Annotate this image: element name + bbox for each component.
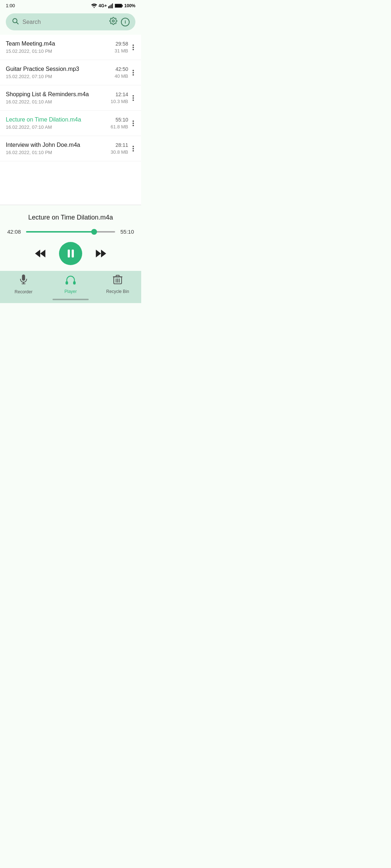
item-date: 16.02.2022, 01:10 PM [6, 150, 111, 155]
recording-item[interactable]: Guitar Practice Session.mp3 15.02.2022, … [0, 60, 141, 85]
nav-label-recorder: Recorder [14, 289, 32, 294]
item-size: 10.3 MB [111, 99, 128, 104]
recording-list: Team Meeting.m4a 15.02.2022, 01:10 PM 29… [0, 35, 141, 161]
item-duration: 55:10 [111, 117, 128, 123]
item-info: Guitar Practice Session.mp3 15.02.2022, … [6, 66, 114, 79]
search-input[interactable] [22, 19, 106, 25]
recording-item[interactable]: Team Meeting.m4a 15.02.2022, 01:10 PM 29… [0, 35, 141, 60]
network-label: 4G+ [98, 3, 107, 8]
item-size: 61.8 MB [111, 124, 128, 129]
item-name: Team Meeting.m4a [6, 41, 114, 47]
svg-rect-0 [108, 6, 109, 8]
headphones-icon [66, 275, 76, 288]
home-indicator [52, 299, 89, 300]
item-name: Interview with John Doe.m4a [6, 142, 111, 148]
item-size: 40 MB [114, 73, 128, 79]
bottom-nav: Recorder Player Recycle Bin [0, 271, 141, 303]
player-current-time: 42:08 [7, 229, 22, 235]
item-menu-button[interactable] [131, 144, 135, 153]
nav-label-player: Player [64, 289, 77, 294]
signal-icon [108, 3, 113, 8]
wifi-icon [91, 4, 97, 8]
item-menu-button[interactable] [131, 94, 135, 102]
forward-button[interactable] [95, 248, 107, 259]
status-time: 1:00 [6, 3, 15, 8]
item-info: Shopping List & Reminders.m4a 16.02.2022… [6, 91, 111, 105]
item-meta: 12:14 10.3 MB [111, 92, 128, 104]
recording-item[interactable]: Interview with John Doe.m4a 16.02.2022, … [0, 136, 141, 161]
item-info: Interview with John Doe.m4a 16.02.2022, … [6, 142, 111, 155]
recording-item-active[interactable]: Lecture on Time Dilation.m4a 16.02.2022,… [0, 111, 141, 136]
search-icon [12, 17, 19, 26]
svg-rect-5 [122, 5, 123, 7]
item-date: 15.02.2022, 07:10 PM [6, 74, 114, 79]
item-info: Team Meeting.m4a 15.02.2022, 01:10 PM [6, 41, 114, 54]
svg-line-8 [17, 22, 18, 24]
svg-marker-11 [96, 250, 101, 257]
svg-rect-3 [112, 3, 113, 8]
player-panel: Lecture on Time Dilation.m4a 42:08 55:10 [0, 205, 141, 271]
svg-marker-9 [35, 250, 40, 257]
svg-rect-13 [22, 275, 25, 281]
mic-icon [18, 275, 29, 288]
pause-button[interactable] [59, 242, 82, 265]
player-progress-bar[interactable] [26, 231, 115, 233]
item-menu-button[interactable] [131, 68, 135, 77]
item-meta: 29:58 31 MB [114, 41, 128, 54]
player-progress-thumb[interactable] [91, 229, 97, 235]
item-name-active: Lecture on Time Dilation.m4a [6, 116, 111, 123]
svg-rect-17 [73, 281, 76, 285]
item-duration: 12:14 [111, 92, 128, 97]
item-date: 16.02.2022, 01:10 AM [6, 99, 111, 105]
item-duration: 28:11 [111, 142, 128, 148]
item-duration: 42:50 [114, 66, 128, 72]
player-progress-row: 42:08 55:10 [7, 229, 134, 235]
svg-rect-1 [110, 5, 110, 8]
recording-item[interactable]: Shopping List & Reminders.m4a 16.02.2022… [0, 85, 141, 111]
settings-icon[interactable] [109, 17, 117, 27]
item-menu-button[interactable] [131, 43, 135, 52]
item-info: Lecture on Time Dilation.m4a 16.02.2022,… [6, 116, 111, 130]
rewind-button[interactable] [34, 248, 46, 259]
nav-item-recycle[interactable]: Recycle Bin [94, 275, 141, 294]
player-total-time: 55:10 [119, 229, 134, 235]
nav-item-player[interactable]: Player [47, 275, 94, 294]
item-meta: 28:11 30.8 MB [111, 142, 128, 155]
item-name: Guitar Practice Session.mp3 [6, 66, 114, 72]
battery-label: 100% [124, 3, 135, 8]
item-meta: 42:50 40 MB [114, 66, 128, 79]
info-icon[interactable]: i [121, 18, 130, 26]
svg-marker-12 [101, 250, 106, 257]
status-bar: 1:00 4G+ 100% [0, 0, 141, 10]
item-date: 16.02.2022, 07:10 AM [6, 124, 111, 130]
item-duration: 29:58 [114, 41, 128, 47]
item-size: 30.8 MB [111, 149, 128, 155]
search-bar[interactable]: i [6, 13, 135, 30]
svg-rect-2 [111, 4, 112, 8]
battery-icon [115, 4, 123, 8]
player-progress-filled [26, 231, 94, 233]
status-icons: 4G+ 100% [91, 3, 135, 8]
item-date: 15.02.2022, 01:10 PM [6, 48, 114, 54]
svg-rect-16 [66, 281, 68, 285]
nav-label-recycle: Recycle Bin [106, 289, 129, 294]
player-controls [7, 242, 134, 265]
pause-icon [68, 250, 74, 258]
nav-item-recorder[interactable]: Recorder [0, 275, 47, 294]
item-size: 31 MB [114, 48, 128, 54]
item-name: Shopping List & Reminders.m4a [6, 91, 111, 98]
item-menu-button[interactable] [131, 119, 135, 128]
svg-rect-20 [116, 275, 119, 277]
item-meta: 55:10 61.8 MB [111, 117, 128, 129]
trash-icon [113, 275, 122, 288]
svg-rect-6 [115, 4, 122, 7]
player-title: Lecture on Time Dilation.m4a [7, 214, 134, 221]
svg-marker-10 [40, 250, 45, 257]
